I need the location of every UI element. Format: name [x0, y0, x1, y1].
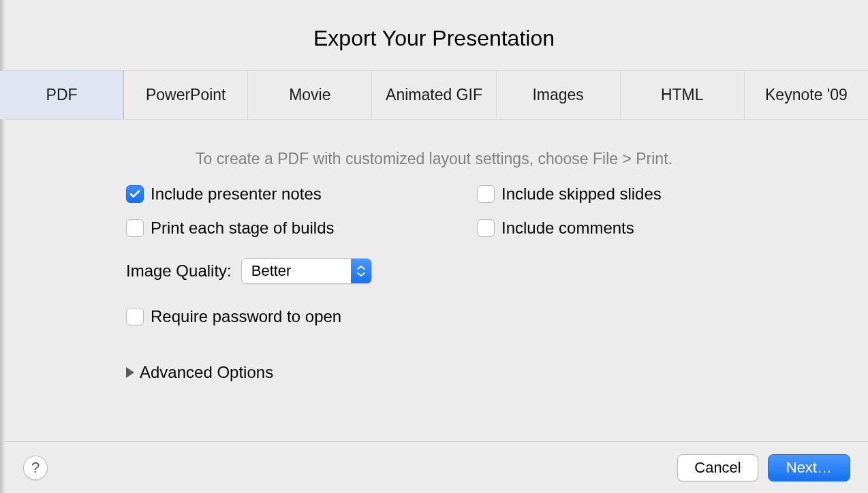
checkbox-include-comments[interactable]: [477, 219, 495, 237]
checkbox-include-skipped-slides[interactable]: [477, 185, 495, 203]
label-advanced-options: Advanced Options: [140, 363, 273, 382]
option-include-comments: Include comments: [477, 219, 787, 238]
tab-keynote-09[interactable]: Keynote '09: [745, 71, 868, 119]
tab-pdf[interactable]: PDF: [0, 71, 124, 119]
help-button[interactable]: ?: [23, 456, 48, 480]
label-include-skipped-slides: Include skipped slides: [501, 185, 662, 204]
label-image-quality: Image Quality:: [126, 261, 232, 281]
option-include-presenter-notes: Include presenter notes: [126, 185, 436, 204]
checkbox-options-grid: Include presenter notes Include skipped …: [126, 185, 787, 238]
pdf-options-panel: To create a PDF with customized layout s…: [0, 120, 868, 382]
tab-images[interactable]: Images: [497, 71, 621, 119]
checkbox-require-password[interactable]: [126, 308, 144, 325]
export-format-tabs: PDF PowerPoint Movie Animated GIF Images…: [0, 70, 868, 120]
checkbox-print-each-stage[interactable]: [126, 219, 144, 237]
helper-text: To create a PDF with customized layout s…: [0, 140, 868, 185]
dialog-footer: ? Cancel Next…: [5, 441, 868, 493]
image-quality-row: Image Quality: Better: [126, 258, 868, 284]
option-require-password: Require password to open: [126, 307, 868, 326]
tab-animated-gif[interactable]: Animated GIF: [372, 71, 496, 119]
select-image-quality[interactable]: Better: [241, 258, 372, 284]
label-include-comments: Include comments: [501, 219, 634, 238]
label-print-each-stage: Print each stage of builds: [151, 219, 335, 238]
checkmark-icon: [129, 188, 141, 200]
tab-powerpoint[interactable]: PowerPoint: [124, 71, 248, 119]
chevron-up-icon: [357, 265, 365, 270]
tab-html[interactable]: HTML: [621, 71, 745, 119]
checkbox-include-presenter-notes[interactable]: [126, 185, 144, 203]
disclosure-triangle-icon: [126, 367, 134, 378]
cancel-button[interactable]: Cancel: [677, 454, 758, 481]
select-image-quality-value: Better: [242, 262, 351, 280]
next-button[interactable]: Next…: [768, 454, 850, 481]
tab-movie[interactable]: Movie: [248, 71, 372, 119]
option-print-each-stage: Print each stage of builds: [126, 219, 436, 238]
label-include-presenter-notes: Include presenter notes: [151, 185, 322, 204]
dialog-title: Export Your Presentation: [0, 0, 868, 70]
chevron-down-icon: [357, 272, 365, 277]
advanced-options-disclosure[interactable]: Advanced Options: [126, 363, 868, 382]
select-stepper-icon: [351, 259, 371, 283]
option-include-skipped-slides: Include skipped slides: [477, 185, 787, 204]
label-require-password: Require password to open: [151, 307, 341, 326]
